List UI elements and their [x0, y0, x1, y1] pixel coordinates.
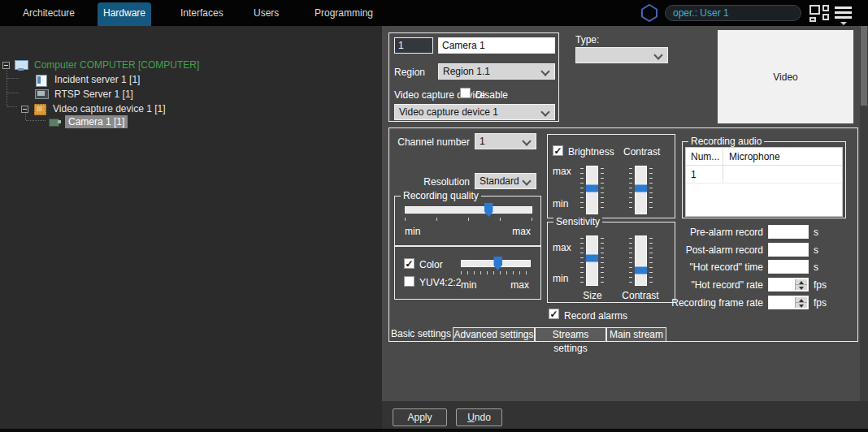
size-label: Size	[577, 290, 608, 301]
sensitivity-contrast-slider[interactable]	[635, 235, 647, 286]
contrast-label: Contrast	[623, 146, 660, 158]
spinner-up-icon[interactable]	[796, 279, 807, 285]
pre-alarm-record-input[interactable]	[768, 225, 809, 239]
video-preview-box[interactable]: Video	[718, 30, 853, 123]
video-capture-device-label: Video capture device	[394, 89, 485, 101]
spinner-control[interactable]	[795, 279, 807, 290]
recording-audio-table[interactable]: Num... Microphone 1	[685, 147, 843, 217]
tree-item-computer[interactable]: Computer COMPUTER [COMPUTER]	[2, 58, 202, 71]
unit-label: fps	[814, 297, 827, 309]
spinner-down-icon[interactable]	[796, 285, 807, 290]
nav-item-users[interactable]: Users	[254, 0, 279, 26]
type-dropdown[interactable]	[575, 47, 668, 63]
max-label: max	[553, 166, 571, 177]
hamburger-menu-icon[interactable]	[835, 6, 852, 21]
spinner-down-icon[interactable]	[796, 303, 807, 308]
tree-item-label: Incident server 1 [1]	[51, 73, 143, 86]
min-label: min	[553, 273, 568, 284]
identity-groupbox: Region Region 1.1 Video capture device D…	[388, 32, 559, 122]
undo-button[interactable]: Undo	[456, 408, 502, 426]
color-slider-thumb[interactable]	[493, 257, 502, 270]
recording-audio-title: Recording audio	[688, 136, 764, 147]
tab-streams-settings[interactable]: Streams settings	[535, 327, 606, 342]
size-slider-thumb[interactable]	[586, 255, 598, 262]
tree-item-incident-server[interactable]: Incident server 1 [1]	[35, 73, 143, 86]
top-nav-bar: Architecture Hardware Interfaces Users P…	[0, 0, 868, 26]
tree-connector	[7, 106, 17, 107]
contrast-slider-thumb[interactable]	[635, 267, 647, 274]
color-groupbox: ✓ Color YUV4:2:2 min max	[394, 246, 541, 300]
yuv-checkbox[interactable]	[404, 276, 414, 287]
resolution-dropdown[interactable]: Standard	[475, 173, 536, 189]
apply-button[interactable]: Apply	[393, 408, 447, 426]
grid-square	[822, 14, 829, 20]
video-preview-label: Video	[773, 71, 797, 83]
hot-record-rate-input[interactable]	[768, 278, 809, 292]
tab-main-stream[interactable]: Main stream	[606, 327, 666, 342]
sensitivity-size-slider[interactable]	[586, 235, 598, 286]
record-alarms-checkbox[interactable]: ✓	[549, 309, 559, 319]
vertical-scrollbar[interactable]	[860, 26, 868, 401]
tree-connector	[26, 120, 46, 121]
disable-label: Disable	[475, 89, 508, 101]
recording-frame-rate-input[interactable]	[768, 296, 809, 309]
post-alarm-record-label: Post-alarm record	[667, 244, 763, 256]
camera-name-input[interactable]	[438, 37, 555, 54]
spinner-control[interactable]	[795, 297, 807, 308]
window-bottom-edge	[0, 429, 868, 432]
color-checkbox[interactable]: ✓	[404, 258, 414, 269]
video-capture-device-dropdown[interactable]: Video capture device 1	[394, 104, 555, 120]
nav-item-architecture[interactable]: Architecture	[23, 0, 75, 26]
current-user-badge[interactable]: oper.: User 1	[665, 5, 801, 21]
contrast-slider[interactable]	[635, 166, 647, 214]
unit-label: fps	[814, 279, 827, 291]
tree-item-rtsp-server[interactable]: RTSP Server 1 [1]	[35, 88, 137, 101]
undo-accesskey: U	[467, 412, 475, 423]
tree-item-camera-selected[interactable]: Camera 1 [1]	[49, 115, 128, 128]
tree-item-label: Computer COMPUTER [COMPUTER]	[31, 58, 202, 71]
recording-quality-slider-thumb[interactable]	[484, 203, 493, 217]
main-settings-groupbox: Channel number 1 Resolution Standard Rec…	[388, 127, 858, 341]
tab-basic-settings[interactable]: Basic settings	[389, 327, 453, 342]
table-header-row: Num... Microphone	[686, 148, 842, 166]
tree-item-label: Camera 1 [1]	[65, 115, 128, 128]
yuv-label: YUV4:2:2	[419, 277, 461, 288]
hot-record-time-input[interactable]	[768, 260, 809, 274]
min-label: min	[461, 279, 476, 291]
spinner-up-icon[interactable]	[796, 297, 807, 303]
camera-id-input[interactable]	[394, 37, 433, 54]
column-header-num: Num...	[686, 148, 723, 165]
nav-item-programming[interactable]: Programming	[315, 0, 373, 26]
collapse-expander-icon[interactable]	[2, 62, 10, 69]
brightness-slider-thumb[interactable]	[586, 185, 598, 192]
recording-quality-groupbox: Recording quality min max	[394, 196, 541, 246]
layout-grid-icon[interactable]	[809, 5, 829, 22]
recording-quality-slider[interactable]	[405, 206, 532, 214]
tab-advanced-settings[interactable]: Advanced settings	[453, 327, 535, 342]
recording-quality-title: Recording quality	[401, 190, 481, 201]
brightness-contrast-groupbox: ✓ Brightness Contrast max min	[547, 134, 675, 218]
channel-number-label: Channel number	[391, 136, 470, 148]
collapse-expander-icon[interactable]	[21, 106, 28, 113]
brightness-slider[interactable]	[586, 166, 598, 214]
contrast-slider-thumb[interactable]	[635, 185, 647, 192]
post-alarm-record-input[interactable]	[768, 243, 809, 257]
unit-label: s	[814, 244, 818, 256]
app-logo-hexagon-icon	[640, 3, 658, 23]
color-label: Color	[419, 259, 443, 270]
color-slider[interactable]	[461, 260, 531, 267]
region-dropdown[interactable]: Region 1.1	[438, 63, 555, 80]
tree-item-video-capture-device[interactable]: Video capture device 1 [1]	[21, 102, 169, 115]
nav-item-interfaces[interactable]: Interfaces	[180, 0, 224, 26]
record-alarms-label: Record alarms	[564, 310, 627, 322]
nav-item-hardware[interactable]: Hardware	[98, 2, 151, 26]
channel-number-dropdown[interactable]: 1	[475, 133, 536, 149]
table-row[interactable]: 1	[686, 166, 842, 184]
brightness-checkbox[interactable]: ✓	[553, 145, 563, 156]
disable-checkbox[interactable]	[460, 88, 471, 98]
scrollbar-thumb[interactable]	[861, 26, 867, 106]
footer-action-bar	[382, 401, 868, 432]
tree-connector	[7, 93, 19, 93]
pre-alarm-record-label: Pre-alarm record	[667, 227, 763, 238]
camera-icon	[49, 117, 61, 127]
